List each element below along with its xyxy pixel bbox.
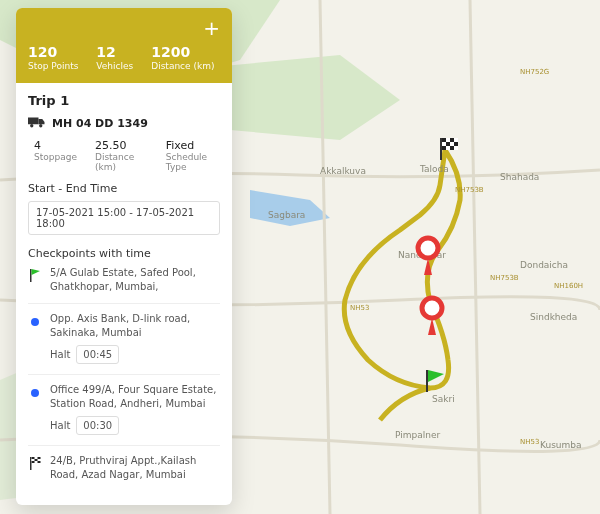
checkpoint-address: Opp. Axis Bank, D-link road, Sakinaka, M… <box>50 312 220 339</box>
svg-rect-38 <box>38 461 41 463</box>
trip-stoppage: 4 Stoppage <box>34 139 77 172</box>
svg-rect-28 <box>28 118 39 125</box>
time-label: Start - End Time <box>28 182 220 195</box>
svg-text:NH53: NH53 <box>350 304 369 312</box>
time-range-input[interactable]: 17-05-2021 15:00 - 17-05-2021 18:00 <box>28 201 220 235</box>
flag-end-icon <box>29 456 41 481</box>
checkpoint-end: 24/B, Pruthviraj Appt.,Kailash Road, Aza… <box>28 454 220 481</box>
svg-point-30 <box>39 124 42 127</box>
svg-rect-32 <box>30 457 32 470</box>
divider <box>28 303 220 304</box>
svg-text:NH753B: NH753B <box>455 186 484 194</box>
svg-text:NH53: NH53 <box>520 438 539 446</box>
svg-text:Shahada: Shahada <box>500 172 539 182</box>
vehicle-number: MH 04 DD 1349 <box>52 117 148 130</box>
svg-point-18 <box>422 298 442 318</box>
svg-text:Pimpalner: Pimpalner <box>395 430 440 440</box>
svg-text:NH752G: NH752G <box>520 68 549 76</box>
waypoint-dot-icon <box>31 389 39 397</box>
svg-rect-22 <box>442 138 446 142</box>
truck-icon <box>28 116 46 131</box>
divider <box>28 374 220 375</box>
trip-panel: + 120 Stop Points 12 Vehicles 1200 Dista… <box>16 8 232 505</box>
vehicle-row: MH 04 DD 1349 <box>28 116 220 131</box>
halt-label: Halt <box>50 420 70 431</box>
svg-text:Taloda: Taloda <box>419 164 449 174</box>
checkpoint-item: Office 499/A, Four Square Estate, Statio… <box>28 383 220 435</box>
trip-title: Trip 1 <box>28 93 220 108</box>
svg-text:NH160H: NH160H <box>554 282 583 290</box>
svg-rect-35 <box>38 457 41 459</box>
halt-input[interactable]: 00:45 <box>76 345 119 364</box>
svg-text:Sagbara: Sagbara <box>268 210 305 220</box>
trip-distance: 25.50 Distance (km) <box>95 139 148 172</box>
svg-rect-25 <box>454 142 458 146</box>
trip-schedule: Fixed Schedule Type <box>166 139 220 172</box>
stat-stop-points: 120 Stop Points <box>28 44 78 71</box>
svg-rect-26 <box>442 146 446 150</box>
svg-rect-34 <box>32 457 35 459</box>
checkpoint-address: 5/A Gulab Estate, Safed Pool, Ghatkhopar… <box>50 266 220 293</box>
flag-start-icon <box>29 268 41 293</box>
svg-rect-36 <box>35 459 38 461</box>
svg-rect-27 <box>450 146 454 150</box>
svg-text:NH753B: NH753B <box>490 274 519 282</box>
halt-label: Halt <box>50 349 70 360</box>
halt-input[interactable]: 00:30 <box>76 416 119 435</box>
svg-rect-19 <box>426 370 428 392</box>
svg-text:Sakri: Sakri <box>432 394 455 404</box>
stat-distance: 1200 Distance (km) <box>151 44 214 71</box>
svg-text:Kusumba: Kusumba <box>540 440 582 450</box>
svg-rect-31 <box>30 269 32 282</box>
divider <box>28 445 220 446</box>
summary-hero: + 120 Stop Points 12 Vehicles 1200 Dista… <box>16 8 232 83</box>
svg-text:Akkalkuva: Akkalkuva <box>320 166 366 176</box>
checkpoints-label: Checkpoints with time <box>28 247 220 260</box>
checkpoint-address: 24/B, Pruthviraj Appt.,Kailash Road, Aza… <box>50 454 220 481</box>
add-button[interactable]: + <box>203 18 220 38</box>
waypoint-dot-icon <box>31 318 39 326</box>
svg-rect-20 <box>440 138 442 160</box>
svg-point-17 <box>418 238 438 258</box>
svg-rect-37 <box>32 461 35 463</box>
checkpoint-address: Office 499/A, Four Square Estate, Statio… <box>50 383 220 410</box>
svg-rect-24 <box>446 142 450 146</box>
stat-vehicles: 12 Vehicles <box>96 44 133 71</box>
svg-text:Dondaicha: Dondaicha <box>520 260 568 270</box>
svg-point-29 <box>30 124 33 127</box>
checkpoint-item: Opp. Axis Bank, D-link road, Sakinaka, M… <box>28 312 220 364</box>
svg-text:Sindkheda: Sindkheda <box>530 312 577 322</box>
svg-rect-23 <box>450 138 454 142</box>
checkpoint-start: 5/A Gulab Estate, Safed Pool, Ghatkhopar… <box>28 266 220 293</box>
